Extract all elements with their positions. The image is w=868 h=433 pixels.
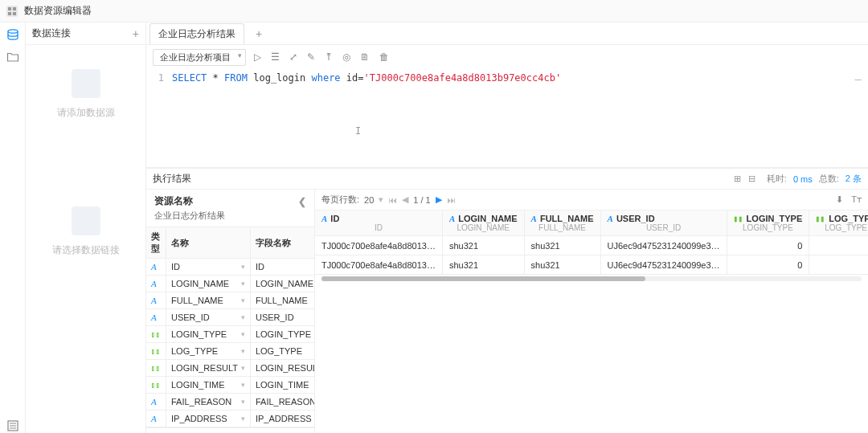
field-cell: ID <box>250 259 314 276</box>
collapse-editor-button[interactable]: — <box>855 72 862 85</box>
locate-icon[interactable]: ◎ <box>342 51 350 63</box>
schema-row[interactable]: AFULL_NAMEFULL_NAME <box>146 292 314 309</box>
download-icon[interactable]: ⬇ <box>836 194 843 205</box>
rail-list-icon[interactable] <box>6 419 20 433</box>
schema-row[interactable]: AUSER_IDUSER_ID <box>146 309 314 326</box>
save-icon[interactable]: 🗎 <box>360 51 370 63</box>
schema-row[interactable]: ⫾⫾LOGIN_TIMELOGIN_TIME <box>146 377 314 394</box>
placeholder-add-text: 请添加数据源 <box>57 106 115 120</box>
schema-row[interactable]: ⫾⫾LOG_TYPELOG_TYPE <box>146 343 314 360</box>
run-icon[interactable]: ▷ <box>254 51 261 63</box>
pager-first-icon[interactable]: ⏮ <box>388 195 397 205</box>
app-title: 数据资源编辑器 <box>24 4 92 18</box>
grid-column-header[interactable]: AUSER_IDUSER_ID <box>600 210 727 236</box>
type-cell: A <box>146 411 166 427</box>
name-cell[interactable]: IP_ADDRESS <box>166 411 251 427</box>
type-cell: ⫾⫾ <box>146 343 166 360</box>
grid-column-header[interactable]: ⫾⫾LOGIN_TYPELOGIN_TYPE <box>727 210 809 236</box>
type-cell: A <box>146 259 166 276</box>
pager-next-icon[interactable]: ▶ <box>436 194 442 205</box>
field-cell: LOG_TYPE <box>250 343 314 360</box>
name-cell[interactable]: LOGIN_NAME <box>166 276 251 292</box>
horizontal-scrollbar[interactable] <box>321 276 862 281</box>
grid-column-header[interactable]: ⫾⫾LOG_TYPELOG_TYPE <box>809 210 868 236</box>
schema-col-field: 字段名称 <box>250 227 314 259</box>
field-cell: IP_ADDRESS <box>250 411 314 427</box>
field-cell: LOGIN_TIME <box>250 377 314 394</box>
connections-title: 数据连接 <box>32 27 71 40</box>
title-bar: 数据资源编辑器 <box>0 0 868 22</box>
results-title: 执行结果 <box>153 172 191 186</box>
line-number: 1 <box>153 72 164 84</box>
text-format-icon[interactable]: Tᴛ <box>851 194 862 205</box>
schema-col-name: 名称 <box>166 227 251 259</box>
project-dropdown[interactable]: 企业日志分析项目 <box>153 49 246 66</box>
pager-last-icon[interactable]: ⏭ <box>447 195 456 205</box>
schema-row[interactable]: AIP_ADDRESSIP_ADDRESS <box>146 411 314 427</box>
field-cell: LOGIN_RESULT <box>250 360 314 377</box>
grid-cell: 1 <box>809 236 868 255</box>
grid-cell: UJ6ec9d475231240099e3… <box>600 255 727 275</box>
field-cell: LOGIN_TYPE <box>250 326 314 343</box>
collapse-schema-button[interactable]: ❮ <box>298 196 306 207</box>
edit-icon[interactable]: ✎ <box>307 51 315 63</box>
name-cell[interactable]: LOGIN_TYPE <box>166 326 251 343</box>
type-cell: A <box>146 394 166 411</box>
grid-cell: 1 <box>809 255 868 275</box>
resource-subtitle: 企业日志分析结果 <box>146 210 314 227</box>
name-cell[interactable]: LOGIN_RESULT <box>166 360 251 377</box>
rows-per-page-label: 每页行数: <box>321 194 359 206</box>
schema-row[interactable]: ⫾⫾LOGIN_TYPELOGIN_TYPE <box>146 326 314 343</box>
schema-row[interactable]: AIDID <box>146 259 314 276</box>
schema-row[interactable]: ALOGIN_NAMELOGIN_NAME <box>146 276 314 292</box>
grid-cell: shu321 <box>442 236 524 255</box>
schema-row[interactable]: AFAIL_REASONFAIL_REASON <box>146 394 314 411</box>
text-caret: I <box>355 125 361 137</box>
rail-folder-icon[interactable] <box>6 50 20 64</box>
field-cell: FULL_NAME <box>250 292 314 309</box>
grid-cell: shu321 <box>442 255 524 275</box>
link-icon[interactable]: ⤢ <box>289 51 297 63</box>
sql-editor[interactable]: 1 SELECT * FROM log_login where id='TJ00… <box>146 69 868 168</box>
schema-row[interactable]: ⫾⫾LOGIN_RESULTLOGIN_RESULT <box>146 360 314 377</box>
name-cell[interactable]: FAIL_REASON <box>166 394 251 411</box>
name-cell[interactable]: LOG_TYPE <box>166 343 251 360</box>
project-name: 企业日志分析项目 <box>160 52 231 62</box>
rail-db-icon[interactable] <box>6 27 20 42</box>
grid-column-header[interactable]: ALOGIN_NAMELOGIN_NAME <box>442 210 524 236</box>
pager-prev-icon[interactable]: ◀ <box>402 194 408 205</box>
grid-column-header[interactable]: AFULL_NAMEFULL_NAME <box>524 210 600 236</box>
format-icon[interactable]: ☰ <box>271 51 280 63</box>
total-label: 总数: <box>819 173 839 185</box>
layout-toggle-icon[interactable]: ⊞ <box>734 174 741 183</box>
grid-cell: shu321 <box>524 236 600 255</box>
grid-row[interactable]: TJ000c700e8afe4a8d8013…shu321shu321UJ6ec… <box>315 236 868 255</box>
grid-cell: shu321 <box>524 255 600 275</box>
placeholder-graphic <box>72 69 100 98</box>
placeholder-select-text: 请选择数据链接 <box>52 243 120 257</box>
type-cell: ⫾⫾ <box>146 360 166 377</box>
upload-icon[interactable]: ⤒ <box>325 51 333 63</box>
elapsed-label: 耗时: <box>767 173 787 185</box>
tab-label: 企业日志分析结果 <box>158 28 235 39</box>
type-cell: A <box>146 292 166 309</box>
name-cell[interactable]: USER_ID <box>166 309 251 326</box>
grid-row[interactable]: TJ000c700e8afe4a8d8013…shu321shu321UJ6ec… <box>315 255 868 275</box>
compare-icon[interactable]: ⊟ <box>748 174 755 183</box>
name-cell[interactable]: FULL_NAME <box>166 292 251 309</box>
grid-cell: 0 <box>727 255 809 275</box>
rows-per-page-value[interactable]: 20 <box>364 195 374 205</box>
grid-column-header[interactable]: AIDID <box>315 210 442 236</box>
delete-icon[interactable]: 🗑 <box>379 51 389 63</box>
name-cell[interactable]: LOGIN_TIME <box>166 377 251 394</box>
app-grid-icon <box>6 6 18 17</box>
schema-col-type: 类型 <box>146 227 166 259</box>
name-cell[interactable]: ID <box>166 259 251 276</box>
grid-cell: TJ000c700e8afe4a8d8013… <box>315 236 442 255</box>
add-connection-button[interactable]: + <box>133 27 139 40</box>
add-tab-button[interactable]: + <box>251 27 267 40</box>
placeholder-graphic <box>72 206 100 235</box>
tab-analysis-result[interactable]: 企业日志分析结果 <box>149 23 244 44</box>
resource-schema-panel: 资源名称 ❮ 企业日志分析结果 类型 名称 字段名称 AI <box>146 190 315 433</box>
svg-point-4 <box>8 30 18 33</box>
